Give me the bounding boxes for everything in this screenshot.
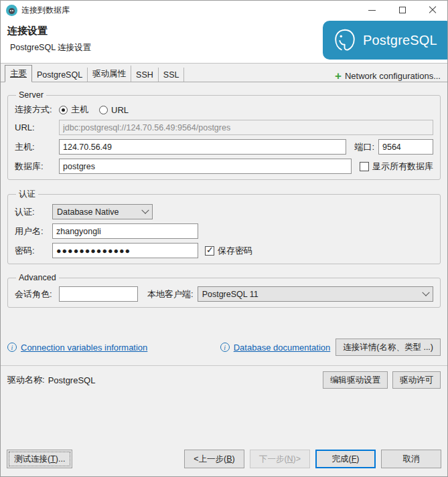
info-icon	[7, 343, 17, 352]
driver-name-label: 驱动名称:	[7, 374, 45, 386]
local-client-select[interactable]: PostgreSQL 11	[198, 286, 433, 302]
connect-mode-row: 连接方式: 主机 URL	[15, 104, 433, 116]
network-configurations-link[interactable]: + Network configurations...	[335, 70, 441, 82]
auth-group-legend: 认证	[16, 189, 38, 200]
save-password-box	[205, 246, 214, 256]
radio-url-circle	[99, 106, 108, 114]
username-label: 用户名:	[15, 225, 52, 237]
database-documentation-link[interactable]: Database documentation	[234, 343, 331, 353]
connection-variables-link-item: Connection variables information	[7, 343, 147, 353]
plus-icon: +	[335, 70, 342, 82]
driver-row: 驱动名称: PostgreSQL 编辑驱动设置 驱动许可	[7, 371, 441, 389]
port-label: 端口:	[354, 141, 374, 153]
advanced-group-legend: Advanced	[16, 273, 59, 282]
local-client-label: 本地客户端:	[147, 288, 194, 300]
minimize-button[interactable]	[357, 1, 387, 19]
server-group: Server 连接方式: 主机 URL URL: 主机: 端口:	[7, 90, 441, 180]
maximize-button[interactable]	[387, 1, 417, 19]
spacer	[7, 389, 441, 446]
port-input[interactable]	[378, 139, 433, 155]
url-input	[59, 120, 433, 135]
tab-ssl[interactable]: SSL	[159, 68, 185, 82]
footer-button-bar: 测试连接(T)... <上一步(B) 下一步(N)> 完成(F) 取消	[1, 446, 447, 476]
network-configurations-label: Network configurations...	[345, 71, 441, 81]
finish-button[interactable]: 完成(F)	[315, 450, 376, 468]
database-documentation-link-item: Database documentation	[220, 343, 331, 353]
window-title: 连接到数据库	[21, 5, 70, 16]
save-password-label: 保存密码	[218, 245, 252, 257]
host-input[interactable]	[59, 139, 346, 155]
auth-type-value: Database Native	[57, 207, 119, 217]
next-button[interactable]: 下一步(N)>	[250, 450, 310, 468]
auth-type-label: 认证:	[15, 206, 52, 218]
driver-name-value: PostgreSQL	[48, 375, 96, 385]
tab-driver-properties[interactable]: 驱动属性	[88, 66, 131, 82]
tab-postgresql[interactable]: PostgreSQL	[32, 68, 88, 82]
radio-url-label: URL	[111, 105, 129, 115]
auth-type-row: 认证: Database Native	[15, 204, 433, 219]
window-controls	[357, 1, 447, 19]
tab-ssh[interactable]: SSH	[131, 68, 159, 82]
connection-details-button[interactable]: 连接详情(名称、类型 ...)	[335, 339, 441, 356]
host-label: 主机:	[15, 141, 59, 153]
tab-strip: 主要 PostgreSQL 驱动属性 SSH SSL + Network con…	[1, 64, 447, 82]
chevron-down-icon	[422, 288, 429, 296]
maximize-icon	[399, 7, 406, 13]
links-row: Connection variables information Databas…	[7, 339, 441, 356]
radio-host-label: 主机	[71, 104, 88, 116]
url-row: URL:	[15, 120, 433, 135]
test-connection-button[interactable]: 测试连接(T)...	[7, 450, 72, 468]
username-input[interactable]	[52, 223, 198, 239]
minimize-icon	[368, 10, 376, 11]
host-row: 主机: 端口:	[15, 139, 433, 155]
database-label: 数据库:	[15, 161, 59, 173]
connection-variables-link[interactable]: Connection variables information	[21, 343, 147, 353]
postgresql-banner: PostgreSQL	[323, 21, 448, 60]
tab-main[interactable]: 主要	[5, 65, 32, 82]
edit-driver-settings-button[interactable]: 编辑驱动设置	[323, 371, 388, 389]
username-row: 用户名:	[15, 223, 433, 239]
server-group-legend: Server	[16, 90, 46, 100]
dialog-header: 连接设置 PostgreSQL 连接设置 PostgreSQL	[1, 19, 447, 64]
password-label: 密码:	[15, 245, 52, 257]
password-input[interactable]	[52, 243, 198, 258]
close-button[interactable]	[417, 1, 447, 19]
cancel-button[interactable]: 取消	[381, 450, 441, 468]
show-all-databases-label: 显示所有数据库	[372, 161, 433, 173]
title-bar: 连接到数据库	[1, 1, 447, 19]
radio-url[interactable]: URL	[99, 105, 129, 115]
wizard-buttons: <上一步(B) 下一步(N)> 完成(F) 取消	[184, 450, 441, 468]
database-row: 数据库: 显示所有数据库	[15, 159, 433, 174]
session-role-label: 会话角色:	[15, 288, 59, 300]
radio-host[interactable]: 主机	[59, 104, 88, 116]
auth-type-select[interactable]: Database Native	[52, 204, 153, 219]
password-row: 密码: 保存密码	[15, 243, 433, 258]
driver-license-button[interactable]: 驱动许可	[392, 371, 441, 389]
database-input[interactable]	[59, 159, 352, 174]
chevron-down-icon	[141, 206, 149, 213]
radio-host-circle	[59, 106, 68, 114]
connection-dialog: { "window": { "title": "连接到数据库" }, "head…	[0, 0, 448, 477]
dialog-content: Server 连接方式: 主机 URL URL: 主机: 端口:	[1, 82, 447, 446]
session-role-input[interactable]	[59, 286, 138, 302]
show-all-databases-box	[360, 162, 369, 171]
dbeaver-app-icon	[6, 5, 17, 16]
info-icon	[220, 343, 230, 352]
back-button[interactable]: <上一步(B)	[184, 450, 244, 468]
divider	[1, 365, 447, 366]
auth-group: 认证 认证: Database Native 用户名: 密码: 保存密码	[7, 189, 441, 264]
show-all-databases-checkbox[interactable]: 显示所有数据库	[360, 161, 433, 173]
close-icon	[429, 6, 437, 14]
local-client-value: PostgreSQL 11	[202, 290, 258, 299]
advanced-group: Advanced 会话角色: 本地客户端: PostgreSQL 11	[7, 273, 441, 308]
connect-mode-label: 连接方式:	[15, 104, 59, 116]
save-password-checkbox[interactable]: 保存密码	[205, 245, 252, 257]
postgresql-brand-label: PostgreSQL	[363, 33, 437, 48]
url-label: URL:	[15, 122, 59, 132]
advanced-row: 会话角色: 本地客户端: PostgreSQL 11	[15, 286, 433, 302]
postgresql-elephant-icon	[332, 27, 358, 53]
